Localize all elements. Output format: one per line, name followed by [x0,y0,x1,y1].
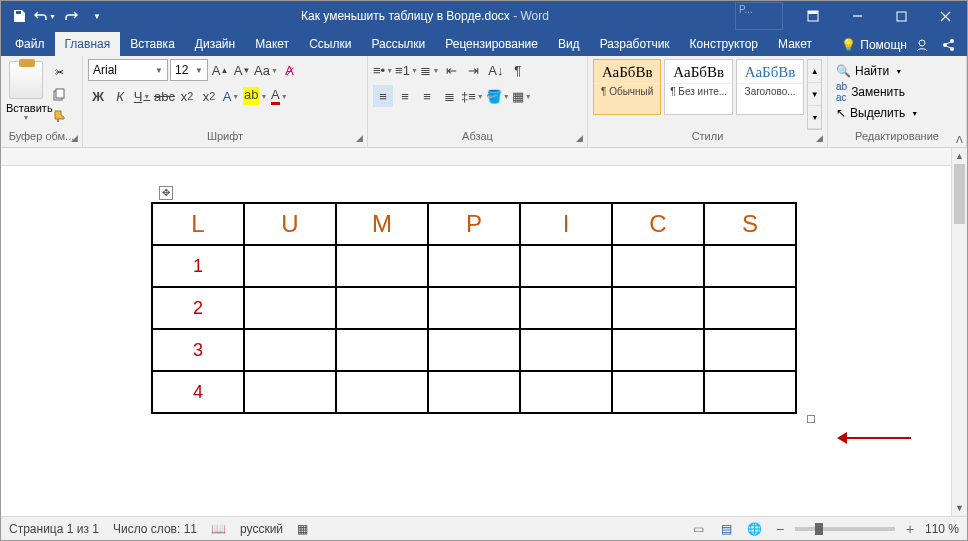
table-cell[interactable]: L [152,203,244,245]
table-cell[interactable]: P [428,203,520,245]
table-cell[interactable] [612,329,704,371]
table-cell[interactable] [704,245,796,287]
styles-launcher-icon[interactable]: ◢ [813,133,825,145]
table-row[interactable]: 2 [152,287,796,329]
editing-group-label[interactable]: Редактирование [833,130,961,147]
styles-group-label[interactable]: Стили [593,130,822,147]
table-cell[interactable] [612,371,704,413]
superscript-button[interactable]: x2 [199,85,219,107]
copy-icon[interactable] [48,85,70,103]
language-indicator[interactable]: русский [240,522,283,536]
multilevel-icon[interactable]: ≣▼ [420,59,440,81]
share-icon[interactable] [941,34,967,56]
tab-home[interactable]: Главная [55,32,121,56]
redo-icon[interactable] [59,4,83,28]
zoom-thumb[interactable] [815,523,823,535]
scroll-down-icon[interactable]: ▼ [952,500,967,516]
document-table[interactable]: L U M P I C S 1 2 3 4 [151,202,797,414]
shrink-font-icon[interactable]: A▼ [232,59,252,81]
table-cell[interactable] [428,329,520,371]
cut-icon[interactable]: ✂ [48,63,70,81]
web-layout-icon[interactable]: 🌐 [745,520,765,538]
grow-font-icon[interactable]: A▲ [210,59,230,81]
strike-button[interactable]: abc [154,85,175,107]
macro-icon[interactable]: ▦ [297,522,308,536]
font-size-combo[interactable]: 12▼ [170,59,208,81]
scroll-up-icon[interactable]: ▲ [952,148,967,164]
zoom-in-button[interactable]: + [903,521,917,537]
minimize-icon[interactable] [835,1,879,31]
align-center-icon[interactable]: ≡ [395,85,415,107]
table-cell[interactable] [520,287,612,329]
table-cell[interactable]: 2 [152,287,244,329]
justify-icon[interactable]: ≣ [439,85,459,107]
style-no-spacing[interactable]: АаБбВв ¶ Без инте... [664,59,732,115]
table-cell[interactable] [336,371,428,413]
italic-button[interactable]: К [110,85,130,107]
tab-table-design[interactable]: Конструктор [680,32,768,56]
numbering-icon[interactable]: ≡1▼ [395,59,418,81]
spell-check-icon[interactable]: 📖 [211,522,226,536]
font-color-icon[interactable]: A▼ [269,85,289,107]
table-cell[interactable] [520,371,612,413]
tab-review[interactable]: Рецензирование [435,32,548,56]
decrease-indent-icon[interactable]: ⇤ [442,59,462,81]
read-mode-icon[interactable]: ▭ [689,520,709,538]
table-cell[interactable] [704,287,796,329]
find-button[interactable]: 🔍Найти▼ [833,61,961,81]
table-row[interactable]: 1 [152,245,796,287]
tab-mailings[interactable]: Рассылки [361,32,435,56]
table-resize-handle-icon[interactable] [807,415,815,423]
collapse-ribbon-icon[interactable]: ᐱ [956,134,963,145]
tab-file[interactable]: Файл [5,32,55,56]
underline-button[interactable]: Ч▼ [132,85,152,107]
change-case-icon[interactable]: Aa▼ [254,59,278,81]
style-heading1[interactable]: АаБбВв Заголово... [736,59,804,115]
table-row[interactable]: 3 [152,329,796,371]
table-cell[interactable] [336,329,428,371]
style-normal[interactable]: АаБбВв ¶ Обычный [593,59,661,115]
zoom-level[interactable]: 110 % [925,522,959,536]
tell-me-search[interactable]: 💡 Помощн [833,34,915,56]
table-cell[interactable]: S [704,203,796,245]
clipboard-launcher-icon[interactable]: ◢ [68,133,80,145]
table-cell[interactable] [428,287,520,329]
table-row[interactable]: L U M P I C S [152,203,796,245]
qat-customize-icon[interactable]: ▼ [85,4,109,28]
close-icon[interactable] [923,1,967,31]
table-cell[interactable] [336,287,428,329]
increase-indent-icon[interactable]: ⇥ [464,59,484,81]
account-icon[interactable] [915,34,941,56]
styles-down-icon[interactable]: ▼ [808,83,821,106]
page[interactable]: ✥ L U M P I C S 1 2 3 4 [1,166,951,414]
tab-view[interactable]: Вид [548,32,590,56]
vertical-scrollbar[interactable]: ▲ ▼ [951,148,967,516]
print-layout-icon[interactable]: ▤ [717,520,737,538]
page-indicator[interactable]: Страница 1 из 1 [9,522,99,536]
table-cell[interactable] [612,245,704,287]
save-icon[interactable] [7,4,31,28]
line-spacing-icon[interactable]: ‡≡▼ [461,85,484,107]
highlight-icon[interactable]: ab▼ [243,85,267,107]
align-right-icon[interactable]: ≡ [417,85,437,107]
styles-more-icon[interactable]: ▾ [808,106,821,129]
table-cell[interactable]: 4 [152,371,244,413]
table-cell[interactable] [612,287,704,329]
undo-icon[interactable]: ▼ [33,4,57,28]
clipboard-group-label[interactable]: Буфер обм... [6,130,77,147]
align-left-icon[interactable]: ≡ [373,85,393,107]
table-row[interactable]: 4 [152,371,796,413]
zoom-out-button[interactable]: − [773,521,787,537]
tab-layout[interactable]: Макет [245,32,299,56]
font-name-combo[interactable]: Arial▼ [88,59,168,81]
tab-table-layout[interactable]: Макет [768,32,822,56]
maximize-icon[interactable] [879,1,923,31]
font-launcher-icon[interactable]: ◢ [353,133,365,145]
paragraph-launcher-icon[interactable]: ◢ [573,133,585,145]
table-cell[interactable] [520,329,612,371]
format-painter-icon[interactable] [48,107,70,125]
scroll-thumb[interactable] [954,164,965,224]
table-cell[interactable]: 3 [152,329,244,371]
table-cell[interactable]: 1 [152,245,244,287]
table-cell[interactable] [244,329,336,371]
